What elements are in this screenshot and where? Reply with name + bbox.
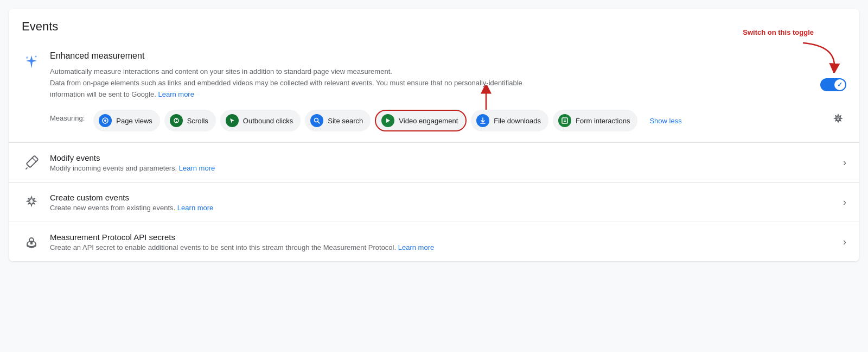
video-engagement-icon [381,114,394,127]
page-title: Events [9,9,859,40]
modify-events-left: Modify events Modify incoming events and… [22,153,215,172]
create-custom-events-content: Create custom events Create new events f… [50,193,213,212]
scrolls-icon [170,114,183,127]
svg-point-1 [35,56,37,58]
measurement-protocol-desc: Create an API secret to enable additiona… [50,243,434,252]
modify-events-content: Modify events Modify incoming events and… [50,153,215,172]
page-views-icon [99,114,112,127]
form-interactions-icon [558,114,571,127]
chip-video-engagement[interactable]: Video engagement [375,110,467,131]
annotation-text: Switch on this toggle [743,28,814,36]
modify-events-chevron: › [843,157,846,168]
measurement-protocol-icon [22,232,41,252]
settings-gear-button[interactable] [830,111,846,129]
svg-point-3 [104,120,106,122]
create-custom-events-row[interactable]: Create custom events Create new events f… [9,183,859,222]
modify-events-learn-more[interactable]: Learn more [179,164,215,172]
svg-rect-11 [562,118,567,123]
chip-page-views[interactable]: Page views [93,110,159,131]
create-custom-events-title: Create custom events [50,193,213,202]
enhanced-measurement-title: Enhanced measurement [50,51,820,61]
file-downloads-icon [476,114,489,127]
measuring-row: Measuring: Page views [22,110,846,131]
create-custom-events-left: Create custom events Create new events f… [22,192,213,212]
site-search-icon [310,114,323,127]
create-custom-events-desc: Create new events from existing events. … [50,204,213,212]
measurement-protocol-left: Measurement Protocol API secrets Create … [22,232,434,252]
measurement-protocol-learn-more[interactable]: Learn more [398,243,434,252]
measurement-protocol-content: Measurement Protocol API secrets Create … [50,232,434,252]
measuring-label: Measuring: [50,110,85,122]
svg-line-8 [318,122,320,123]
toggle-thumb: ✓ [834,79,845,90]
video-engagement-arrow [470,85,502,112]
svg-point-6 [176,121,177,122]
toggle-area: Switch on this toggle ✓ [820,51,846,91]
modify-events-title: Modify events [50,153,215,162]
chip-site-search[interactable]: Site search [305,110,371,131]
measurement-protocol-chevron: › [843,236,846,248]
measurement-protocol-title: Measurement Protocol API secrets [50,232,434,242]
chips-container: Page views Scrolls [93,110,846,131]
chip-file-downloads[interactable]: File downloads [471,110,548,131]
svg-marker-9 [386,118,390,123]
enhanced-measurement-desc: Automatically measure interactions and c… [50,66,538,100]
svg-point-5 [176,119,177,120]
chip-form-interactions[interactable]: Form interactions [553,110,637,131]
create-custom-events-learn-more[interactable]: Learn more [177,204,213,212]
toggle-track: ✓ [820,78,846,91]
create-custom-events-icon [22,192,41,212]
annotation-arrow [797,40,841,73]
outbound-clicks-icon [226,114,239,127]
measurement-protocol-row[interactable]: Measurement Protocol API secrets Create … [9,222,859,261]
svg-point-7 [315,118,318,122]
modify-events-icon [22,153,41,172]
enhanced-learn-more-link[interactable]: Learn more [158,90,194,98]
chip-outbound-clicks[interactable]: Outbound clicks [220,110,301,131]
modify-events-desc: Modify incoming events and parameters. L… [50,164,215,172]
chip-scrolls[interactable]: Scrolls [164,110,216,131]
svg-point-0 [26,56,28,59]
create-custom-events-chevron: › [843,197,846,208]
svg-rect-19 [30,242,33,244]
show-less-button[interactable]: Show less [642,110,689,131]
enhanced-measurement-icon [22,52,41,72]
enhanced-measurement-section: Enhanced measurement Automatically measu… [9,40,859,143]
toggle-check-icon: ✓ [837,81,843,89]
modify-events-row[interactable]: Modify events Modify incoming events and… [9,143,859,183]
enhanced-measurement-toggle[interactable]: ✓ [820,78,846,91]
events-card: Events Enhanced measurement Automaticall… [9,9,859,261]
